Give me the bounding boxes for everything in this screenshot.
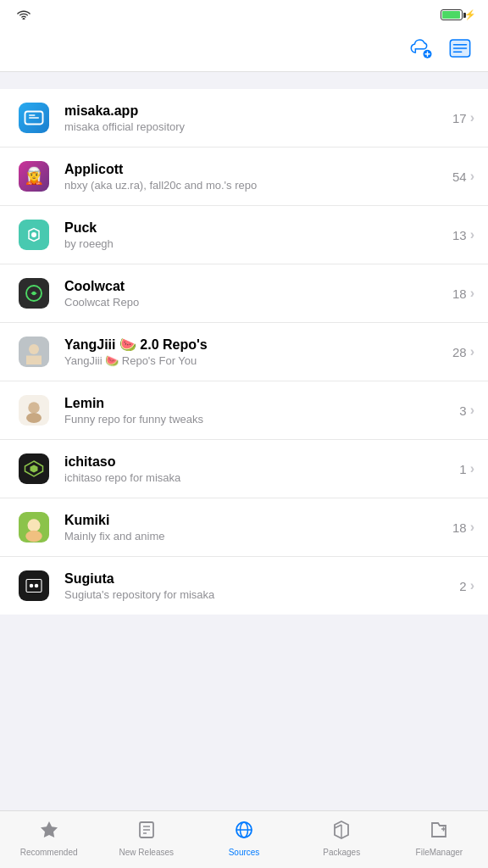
list-view-button[interactable]	[446, 34, 474, 63]
repo-desc-puck: by roeegh	[64, 237, 452, 250]
tab-label-sources: Sources	[229, 848, 260, 857]
repository-list: misaka.app misaka official repository 17…	[0, 89, 488, 615]
repo-name-lemin: Lemin	[64, 396, 459, 411]
chevron-icon-ichitaso: ›	[470, 461, 474, 476]
repo-count-yang: 28	[452, 345, 467, 359]
repo-info-yang: YangJiii 🍉 2.0 Repo's YangJiii 🍉 Repo's …	[64, 337, 452, 367]
repo-desc-ichitaso: ichitaso repo for misaka	[64, 471, 459, 484]
repo-icon-puck	[14, 214, 54, 255]
charging-icon: ⚡	[464, 9, 476, 20]
repo-name-yang: YangJiii 🍉 2.0 Repo's	[64, 337, 452, 353]
repo-meta-misaka: 17 ›	[452, 110, 474, 125]
status-bar: ⚡	[0, 0, 488, 28]
add-source-button[interactable]	[407, 34, 435, 63]
repo-item-lemin[interactable]: Lemin Funny repo for funny tweaks 3 ›	[0, 381, 488, 440]
repo-info-kumiki: Kumiki Mainly fix and anime	[64, 513, 452, 542]
nav-bar	[0, 28, 488, 72]
repo-info-lemin: Lemin Funny repo for funny tweaks	[64, 396, 459, 426]
repo-info-misaka: misaka.app misaka official repository	[64, 103, 452, 133]
repo-item-kumiki[interactable]: Kumiki Mainly fix and anime 18 ›	[0, 498, 488, 557]
repo-desc-kumiki: Mainly fix and anime	[64, 530, 452, 542]
tab-new-releases[interactable]: New Releases	[97, 818, 195, 859]
repo-name-coolcat: Coolwcat	[64, 279, 452, 294]
repo-item-yang[interactable]: YangJiii 🍉 2.0 Repo's YangJiii 🍉 Repo's …	[0, 323, 488, 381]
repo-desc-coolcat: Coolwcat Repo	[64, 296, 452, 309]
tab-icon-file-manager	[429, 820, 449, 845]
repo-icon-yang	[14, 331, 54, 372]
repo-name-puck: Puck	[64, 220, 452, 236]
repo-name-applicott: Applicott	[64, 162, 452, 177]
repo-count-puck: 13	[452, 228, 467, 242]
chevron-icon-puck: ›	[470, 227, 474, 242]
wifi-icon	[17, 8, 30, 22]
repo-icon-sugiuta	[14, 565, 54, 606]
repo-icon-applicott: 🧝	[14, 156, 54, 197]
repo-icon-misaka	[14, 97, 54, 138]
repo-icon-kumiki	[14, 507, 54, 548]
repo-icon-coolcat	[14, 273, 54, 314]
repo-desc-yang: YangJiii 🍉 Repo's For You	[64, 354, 452, 367]
svg-line-40	[335, 825, 341, 828]
repo-meta-yang: 28 ›	[452, 344, 474, 359]
repo-item-sugiuta[interactable]: Sugiuta Sugiuta's repository for misaka …	[0, 557, 488, 615]
svg-point-26	[28, 519, 41, 531]
svg-point-0	[23, 18, 25, 19]
repo-count-lemin: 3	[459, 403, 466, 418]
svg-point-30	[30, 584, 34, 588]
status-battery-area: ⚡	[436, 9, 476, 20]
tab-sources[interactable]: Sources	[195, 818, 292, 859]
chevron-icon-sugiuta: ›	[470, 578, 474, 593]
repo-count-ichitaso: 1	[459, 462, 466, 476]
repo-meta-applicott: 54 ›	[452, 169, 474, 184]
chevron-icon-lemin: ›	[470, 403, 474, 418]
repo-icon-lemin	[14, 390, 54, 431]
svg-rect-18	[26, 356, 42, 365]
repo-desc-lemin: Funny repo for funny tweaks	[64, 413, 459, 426]
repo-count-applicott: 54	[452, 170, 467, 184]
tab-bar: Recommended New Releases Sources Package…	[0, 810, 488, 868]
repo-desc-sugiuta: Sugiuta's repository for misaka	[64, 588, 459, 601]
tab-label-new-releases: New Releases	[119, 848, 174, 857]
repo-name-misaka: misaka.app	[64, 103, 452, 119]
section-header	[0, 72, 488, 89]
repo-meta-sugiuta: 2 ›	[459, 578, 474, 593]
chevron-icon-misaka: ›	[470, 110, 474, 125]
repo-item-applicott[interactable]: 🧝 Applicott nbxy (aka uz.ra), fall20c an…	[0, 147, 488, 206]
repo-desc-misaka: misaka official repository	[64, 120, 452, 133]
repo-info-ichitaso: ichitaso ichitaso repo for misaka	[64, 454, 459, 484]
svg-point-15	[32, 292, 36, 296]
tab-icon-packages	[331, 820, 352, 845]
tab-file-manager[interactable]: FileManager	[391, 818, 488, 859]
chevron-icon-coolcat: ›	[470, 286, 474, 301]
chevron-icon-kumiki: ›	[470, 520, 474, 535]
svg-point-12	[31, 232, 36, 237]
repo-count-kumiki: 18	[452, 520, 467, 535]
repo-info-puck: Puck by roeegh	[64, 220, 452, 250]
repo-info-coolcat: Coolwcat Coolwcat Repo	[64, 279, 452, 309]
svg-point-31	[35, 584, 39, 588]
tab-packages[interactable]: Packages	[293, 818, 391, 859]
nav-actions	[407, 34, 474, 63]
svg-point-27	[25, 531, 42, 542]
repo-item-ichitaso[interactable]: ichitaso ichitaso repo for misaka 1 ›	[0, 440, 488, 498]
repo-item-puck[interactable]: Puck by roeegh 13 ›	[0, 206, 488, 264]
svg-point-20	[28, 402, 40, 414]
svg-point-21	[26, 413, 42, 423]
svg-point-17	[29, 344, 39, 354]
repo-meta-kumiki: 18 ›	[452, 520, 474, 535]
tab-recommended[interactable]: Recommended	[0, 818, 97, 859]
tab-icon-new-releases	[136, 820, 157, 845]
chevron-icon-yang: ›	[470, 344, 474, 359]
repo-meta-lemin: 3 ›	[459, 403, 474, 418]
repo-item-coolcat[interactable]: Coolwcat Coolwcat Repo 18 ›	[0, 264, 488, 323]
repo-count-coolcat: 18	[452, 287, 467, 301]
repo-meta-ichitaso: 1 ›	[459, 461, 474, 476]
repo-item-misaka[interactable]: misaka.app misaka official repository 17…	[0, 89, 488, 147]
svg-text:🧝: 🧝	[24, 165, 45, 186]
repo-name-ichitaso: ichitaso	[64, 454, 459, 470]
repo-desc-applicott: nbxy (aka uz.ra), fall20c and mo.'s repo	[64, 179, 452, 192]
tab-icon-recommended	[39, 820, 59, 845]
tab-label-file-manager: FileManager	[416, 848, 463, 857]
svg-rect-28	[19, 570, 49, 601]
chevron-icon-applicott: ›	[470, 169, 474, 184]
